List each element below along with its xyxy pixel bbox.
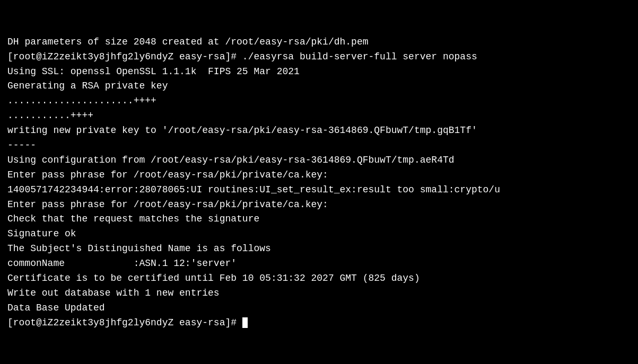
terminal-line: Data Base Updated: [7, 301, 631, 316]
terminal-line: commonName :ASN.1 12:'server': [7, 256, 631, 271]
terminal-line: ...........++++: [7, 109, 631, 123]
terminal-output: DH parameters of size 2048 created at /r…: [7, 5, 631, 345]
terminal-line: Generating a RSA private key: [7, 79, 631, 94]
terminal-line: Enter pass phrase for /root/easy-rsa/pki…: [7, 198, 631, 212]
terminal-line: [root@iZ2zeikt3y8jhfg2ly6ndyZ easy-rsa]#…: [7, 50, 631, 65]
terminal-line: -----: [7, 138, 631, 153]
terminal-line: Check that the request matches the signa…: [7, 212, 631, 227]
terminal-line: Signature ok: [7, 227, 631, 242]
terminal-line: DH parameters of size 2048 created at /r…: [7, 35, 631, 50]
terminal-line: [root@iZ2zeikt3y8jhfg2ly6ndyZ easy-rsa]#: [7, 316, 631, 331]
terminal-line: 1400571742234944:error:28078065:UI routi…: [7, 183, 631, 198]
terminal-line: writing new private key to '/root/easy-r…: [7, 123, 631, 138]
terminal-line: The Subject's Distinguished Name is as f…: [7, 242, 631, 256]
terminal-line: Using configuration from /root/easy-rsa/…: [7, 153, 631, 168]
terminal-line: Enter pass phrase for /root/easy-rsa/pki…: [7, 168, 631, 183]
terminal-line: Using SSL: openssl OpenSSL 1.1.1k FIPS 2…: [7, 65, 631, 79]
terminal-line: Write out database with 1 new entries: [7, 286, 631, 301]
terminal-line: Certificate is to be certified until Feb…: [7, 271, 631, 286]
terminal-line: ......................++++: [7, 94, 631, 109]
terminal-cursor: [242, 317, 248, 328]
